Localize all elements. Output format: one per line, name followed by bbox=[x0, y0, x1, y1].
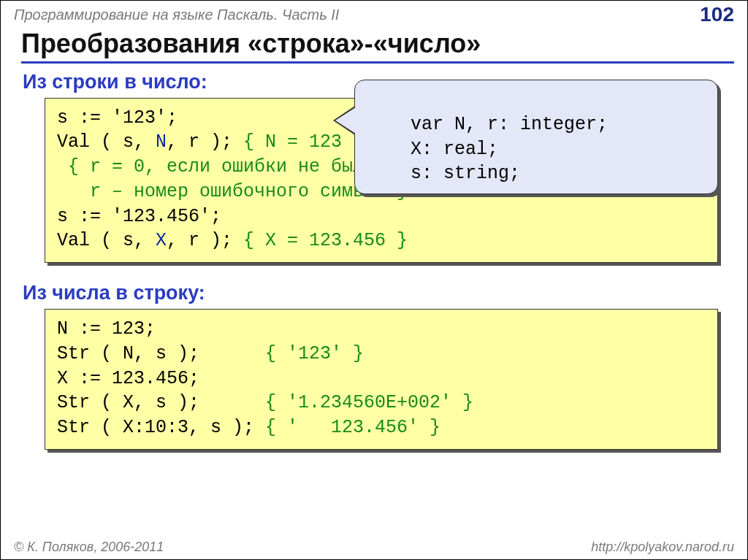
code2-line4-a: Str ( X, s ); bbox=[57, 392, 265, 413]
footer-url: http://kpolyakov.narod.ru bbox=[591, 540, 734, 555]
slide: Программирование на языке Паскаль. Часть… bbox=[0, 0, 748, 560]
page-number: 102 bbox=[700, 3, 734, 26]
var-declaration-box: var N, r: integer; X: real; s: string; bbox=[354, 80, 718, 194]
top-bar: Программирование на языке Паскаль. Часть… bbox=[1, 1, 747, 26]
code2-line2-comment: { '123' } bbox=[265, 343, 364, 364]
page-title: Преобразования «строка»-«число» bbox=[21, 29, 734, 64]
code2-line5-comment: { ' 123.456' } bbox=[265, 417, 440, 438]
code2-line5-a: Str ( X:10:3, s ); bbox=[57, 417, 265, 438]
code1-line2-c: , r ); bbox=[167, 131, 232, 153]
code1-line6-var: X bbox=[156, 230, 167, 251]
code1-line1: s := '123'; bbox=[57, 107, 178, 129]
varbox-line1: var N, r: integer; bbox=[411, 114, 608, 135]
section-2-heading: Из числа в строку: bbox=[23, 282, 747, 304]
code1-line2-a: Val ( s, bbox=[57, 131, 156, 153]
code2-line4-comment: { '1.234560E+002' } bbox=[265, 392, 473, 413]
varbox-line3: s: string; bbox=[367, 163, 520, 184]
code1-line6-c: , r ); bbox=[167, 230, 232, 251]
code1-line6-comment: { X = 123.456 } bbox=[232, 230, 408, 251]
footer: © К. Поляков, 2006-2011 http://kpolyakov… bbox=[1, 540, 747, 555]
varbox-line2: X: real; bbox=[367, 139, 498, 160]
code2-line2-a: Str ( N, s ); bbox=[57, 343, 265, 364]
code-block-2: N := 123; Str ( N, s ); { '123' } X := 1… bbox=[45, 309, 718, 450]
code1-line6-a: Val ( s, bbox=[57, 230, 156, 251]
code1-line2-var: N bbox=[156, 131, 167, 153]
code2-line1: N := 123; bbox=[57, 318, 156, 340]
footer-copyright: © К. Поляков, 2006-2011 bbox=[14, 540, 164, 555]
code2-line3: X := 123.456; bbox=[57, 368, 199, 389]
code1-line5: s := '123.456'; bbox=[57, 206, 221, 227]
course-title: Программирование на языке Паскаль. Часть… bbox=[14, 7, 339, 23]
code1-line3: { r = 0, если ошибки не было bbox=[57, 156, 375, 177]
